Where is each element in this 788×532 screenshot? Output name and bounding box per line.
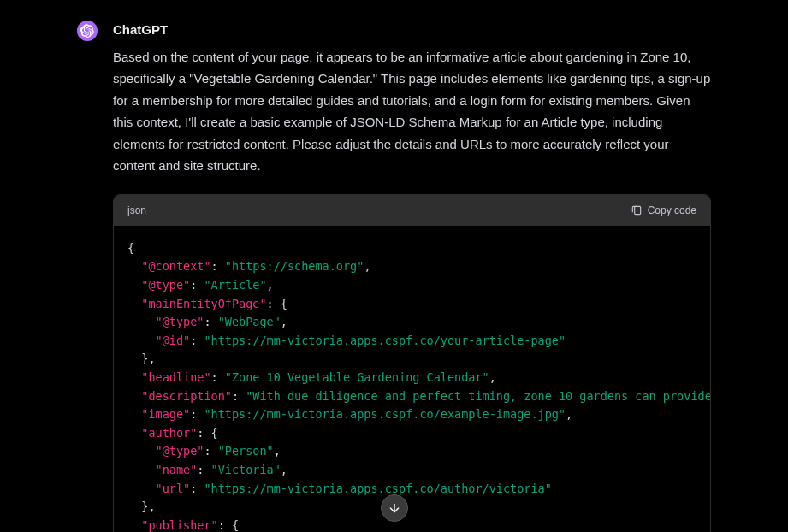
code-header: json Copy code <box>114 195 710 226</box>
code-body[interactable]: { "@context": "https://schema.org", "@ty… <box>114 226 710 532</box>
clipboard-icon <box>631 204 643 216</box>
assistant-message: ChatGPT Based on the content of your pag… <box>0 0 788 532</box>
message-content: ChatGPT Based on the content of your pag… <box>113 19 711 532</box>
code-language-label: json <box>127 202 146 219</box>
assistant-avatar <box>77 21 98 41</box>
message-body: Based on the content of your page, it ap… <box>113 46 711 177</box>
code-block: json Copy code { "@context": "https://sc… <box>113 194 711 533</box>
openai-logo-icon <box>80 24 94 38</box>
code-content: { "@context": "https://schema.org", "@ty… <box>127 239 696 532</box>
sender-name: ChatGPT <box>113 19 711 41</box>
copy-code-label: Copy code <box>648 202 696 219</box>
arrow-down-icon <box>388 501 401 515</box>
copy-code-button[interactable]: Copy code <box>631 202 696 219</box>
svg-rect-0 <box>634 206 640 214</box>
scroll-to-bottom-button[interactable] <box>381 494 408 522</box>
